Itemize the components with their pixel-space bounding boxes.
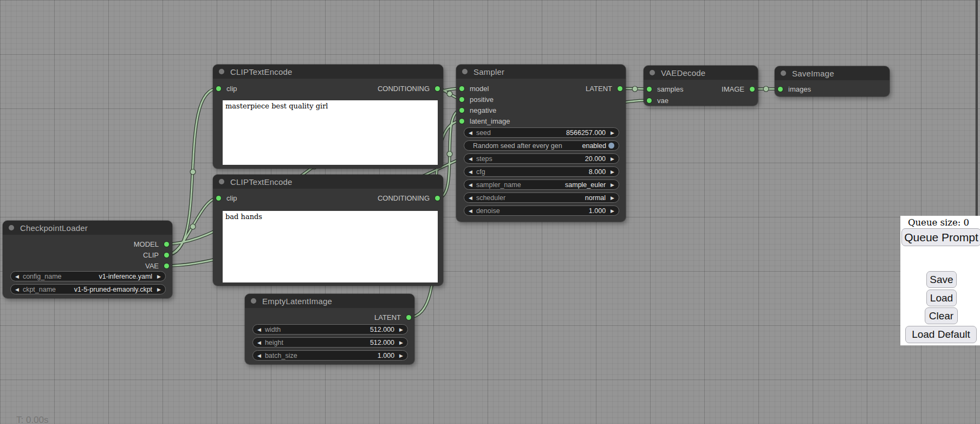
slot-dot-icon[interactable] — [750, 87, 755, 92]
output-slot-clip[interactable]: CLIP — [143, 250, 169, 259]
slot-dot-icon[interactable] — [459, 86, 464, 91]
input-slot-positive[interactable]: positive — [459, 95, 494, 104]
slot-dot-icon[interactable] — [164, 264, 169, 268]
slot-dot-icon[interactable] — [164, 242, 169, 247]
widget-height[interactable]: ◀ height 512.000 ▶ — [252, 337, 408, 348]
decrement-arrow-icon[interactable]: ◀ — [469, 156, 472, 162]
input-slot-negative[interactable]: negative — [459, 106, 496, 114]
widget-width[interactable]: ◀ width 512.000 ▶ — [252, 324, 408, 335]
decrement-arrow-icon[interactable]: ◀ — [257, 340, 261, 345]
increment-arrow-icon[interactable]: ▶ — [611, 156, 614, 162]
node-title-bar[interactable]: VAEDecode — [644, 66, 758, 80]
slot-dot-icon[interactable] — [164, 253, 169, 258]
node-title-bar[interactable]: Sampler — [456, 65, 626, 79]
load-button[interactable]: Load — [926, 290, 957, 306]
increment-arrow-icon[interactable]: ▶ — [399, 340, 403, 345]
node-title-bar[interactable]: CLIPTextEncode — [213, 175, 443, 189]
slot-dot-icon[interactable] — [618, 86, 622, 91]
node-vae-decode[interactable]: VAEDecode samples vae IMAGE — [644, 66, 758, 106]
node-title-bar[interactable]: CheckpointLoader — [3, 221, 172, 235]
slot-dot-icon[interactable] — [459, 97, 464, 102]
decrement-arrow-icon[interactable]: ◀ — [15, 287, 19, 292]
increment-arrow-icon[interactable]: ▶ — [611, 169, 614, 175]
node-title-bar[interactable]: CLIPTextEncode — [213, 65, 443, 79]
decrement-arrow-icon[interactable]: ◀ — [469, 130, 472, 136]
slot-dot-icon[interactable] — [435, 196, 440, 201]
widget-value: 20.000 — [585, 155, 606, 163]
collapse-dot-icon[interactable] — [219, 179, 224, 184]
collapse-dot-icon[interactable] — [219, 69, 224, 74]
collapse-dot-icon[interactable] — [251, 298, 256, 304]
collapse-dot-icon[interactable] — [781, 70, 786, 76]
negative-prompt-textarea[interactable]: bad hands — [223, 211, 438, 282]
output-slot-conditioning[interactable]: CONDITIONING — [378, 84, 440, 93]
decrement-arrow-icon[interactable]: ◀ — [469, 195, 472, 201]
increment-arrow-icon[interactable]: ▶ — [611, 208, 614, 214]
slot-dot-icon[interactable] — [459, 108, 464, 113]
node-sampler[interactable]: Sampler model positive negative latent_i… — [456, 65, 626, 222]
widget-steps[interactable]: ◀ steps 20.000 ▶ — [464, 153, 619, 164]
widget-seed[interactable]: ◀ seed 8566257.000 ▶ — [464, 127, 619, 138]
increment-arrow-icon[interactable]: ▶ — [399, 353, 403, 358]
clear-button[interactable]: Clear — [925, 307, 958, 324]
node-save-image[interactable]: SaveImage images — [775, 66, 890, 97]
widget-denoise[interactable]: ◀ denoise 1.000 ▶ — [464, 205, 619, 216]
output-slot-latent[interactable]: LATENT — [586, 84, 622, 93]
input-slot-vae[interactable]: vae — [647, 96, 669, 105]
collapse-dot-icon[interactable] — [650, 70, 655, 75]
increment-arrow-icon[interactable]: ▶ — [611, 182, 614, 188]
output-slot-image[interactable]: IMAGE — [722, 85, 755, 93]
queue-prompt-button[interactable]: Queue Prompt — [901, 228, 980, 246]
input-slot-samples[interactable]: samples — [647, 85, 683, 93]
input-slot-latent-image[interactable]: latent_image — [459, 117, 510, 125]
decrement-arrow-icon[interactable]: ◀ — [15, 274, 19, 279]
slot-dot-icon[interactable] — [216, 86, 221, 91]
slot-dot-icon[interactable] — [647, 87, 652, 92]
widget-config-name[interactable]: ◀ config_name v1-inference.yaml ▶ — [10, 271, 166, 281]
input-slot-clip[interactable]: clip — [216, 194, 237, 202]
output-slot-latent[interactable]: LATENT — [374, 313, 411, 322]
save-button[interactable]: Save — [926, 271, 957, 288]
collapse-dot-icon[interactable] — [9, 225, 14, 230]
widget-sampler-name[interactable]: ◀ sampler_name sample_euler ▶ — [464, 179, 619, 190]
node-clip-text-encode-negative[interactable]: CLIPTextEncode clip CONDITIONING bad han… — [213, 175, 443, 286]
vertical-scrollbar[interactable] — [976, 0, 978, 216]
increment-arrow-icon[interactable]: ▶ — [611, 195, 614, 201]
input-slot-clip[interactable]: clip — [216, 84, 237, 93]
collapse-dot-icon[interactable] — [462, 69, 468, 74]
slot-dot-icon[interactable] — [406, 315, 411, 320]
output-slot-conditioning[interactable]: CONDITIONING — [378, 194, 440, 202]
graph-canvas[interactable]: T: 0.00s CheckpointLoader MODEL CLIP VAE… — [0, 0, 980, 424]
node-title-bar[interactable]: EmptyLatentImage — [245, 294, 414, 308]
slot-dot-icon[interactable] — [435, 86, 440, 91]
increment-arrow-icon[interactable]: ▶ — [157, 274, 161, 279]
output-slot-model[interactable]: MODEL — [134, 240, 169, 248]
node-title-bar[interactable]: SaveImage — [775, 66, 890, 80]
slot-dot-icon[interactable] — [778, 87, 783, 92]
positive-prompt-textarea[interactable]: masterpiece best quality girl — [223, 100, 438, 165]
slot-dot-icon[interactable] — [216, 196, 221, 201]
widget-random-seed-toggle[interactable]: Random seed after every gen enabled — [464, 140, 619, 151]
increment-arrow-icon[interactable]: ▶ — [157, 287, 161, 292]
toggle-dot-icon[interactable] — [608, 143, 614, 149]
increment-arrow-icon[interactable]: ▶ — [399, 327, 403, 332]
widget-cfg[interactable]: ◀ cfg 8.000 ▶ — [464, 166, 619, 177]
node-empty-latent-image[interactable]: EmptyLatentImage LATENT ◀ width 512.000 … — [245, 294, 414, 364]
output-slot-vae[interactable]: VAE — [145, 261, 169, 270]
load-default-button[interactable]: Load Default — [905, 326, 977, 343]
slot-dot-icon[interactable] — [459, 119, 464, 124]
increment-arrow-icon[interactable]: ▶ — [611, 130, 614, 136]
decrement-arrow-icon[interactable]: ◀ — [469, 208, 472, 214]
widget-batch-size[interactable]: ◀ batch_size 1.000 ▶ — [252, 350, 408, 361]
node-checkpoint-loader[interactable]: CheckpointLoader MODEL CLIP VAE ◀ config… — [3, 221, 172, 298]
decrement-arrow-icon[interactable]: ◀ — [469, 169, 472, 175]
slot-dot-icon[interactable] — [647, 98, 652, 103]
decrement-arrow-icon[interactable]: ◀ — [469, 182, 472, 188]
decrement-arrow-icon[interactable]: ◀ — [257, 327, 261, 332]
input-slot-images[interactable]: images — [778, 85, 811, 93]
widget-ckpt-name[interactable]: ◀ ckpt_name v1-5-pruned-emaonly.ckpt ▶ — [10, 284, 166, 294]
widget-scheduler[interactable]: ◀ scheduler normal ▶ — [464, 192, 619, 203]
input-slot-model[interactable]: model — [459, 84, 489, 93]
node-clip-text-encode-positive[interactable]: CLIPTextEncode clip CONDITIONING masterp… — [213, 65, 443, 169]
decrement-arrow-icon[interactable]: ◀ — [257, 353, 261, 358]
